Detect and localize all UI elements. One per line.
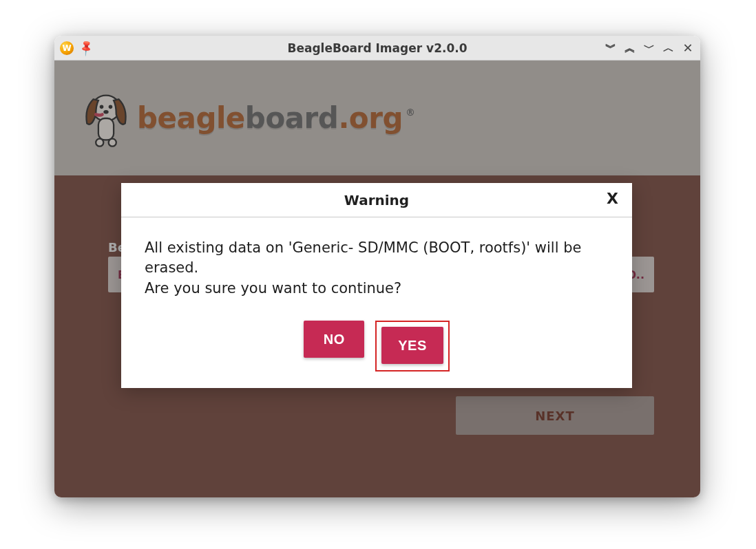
branding-header: beagleboard.org® bbox=[54, 61, 700, 175]
svg-point-5 bbox=[96, 138, 103, 146]
next-button[interactable]: NEXT bbox=[456, 396, 654, 435]
svg-point-2 bbox=[109, 105, 113, 109]
close-icon[interactable]: ✕ bbox=[681, 41, 695, 55]
dialog-title: Warning bbox=[344, 192, 409, 208]
app-icon: W bbox=[60, 41, 74, 55]
brand-text: beagleboard.org® bbox=[137, 101, 415, 135]
svg-point-3 bbox=[103, 109, 108, 114]
chevron-down-icon[interactable]: ﹀ bbox=[642, 41, 656, 55]
app-window: W 📌 BeagleBoard Imager v2.0.0 ︾ ︽ ﹀ ︿ ✕ bbox=[54, 36, 700, 497]
brand-registered: ® bbox=[406, 107, 415, 118]
logo: beagleboard.org® bbox=[81, 89, 415, 148]
pin-icon[interactable]: 📌 bbox=[76, 39, 96, 57]
svg-rect-4 bbox=[98, 118, 114, 140]
chevron-up-icon[interactable]: ︿ bbox=[662, 41, 675, 55]
yes-highlight-box: YES bbox=[375, 321, 450, 372]
svg-point-6 bbox=[109, 138, 116, 146]
brand-part-board: board bbox=[245, 101, 339, 135]
double-up-icon[interactable]: ︽ bbox=[623, 41, 637, 55]
beagle-dog-icon bbox=[81, 89, 132, 148]
dialog-close-button[interactable]: X bbox=[607, 190, 618, 207]
dialog-actions: NO YES bbox=[121, 321, 632, 372]
dialog-body: All existing data on 'Generic- SD/MMC (B… bbox=[121, 217, 632, 312]
app-body: beagleboard.org® Be BE OO.. NEXT Warning… bbox=[54, 61, 700, 497]
svg-point-1 bbox=[100, 105, 104, 109]
yes-button[interactable]: YES bbox=[381, 327, 443, 364]
dialog-header: Warning X bbox=[121, 183, 632, 217]
brand-part-beagle: beagle bbox=[137, 101, 245, 135]
warning-dialog: Warning X All existing data on 'Generic-… bbox=[121, 183, 632, 388]
double-down-icon[interactable]: ︾ bbox=[604, 41, 618, 55]
no-button[interactable]: NO bbox=[304, 321, 364, 358]
dialog-message-line1: All existing data on 'Generic- SD/MMC (B… bbox=[145, 238, 609, 279]
brand-part-dot: . bbox=[338, 101, 348, 135]
brand-part-org: org bbox=[349, 101, 403, 135]
dialog-message-line2: Are you sure you want to continue? bbox=[145, 279, 609, 299]
titlebar: W 📌 BeagleBoard Imager v2.0.0 ︾ ︽ ﹀ ︿ ✕ bbox=[54, 36, 700, 61]
